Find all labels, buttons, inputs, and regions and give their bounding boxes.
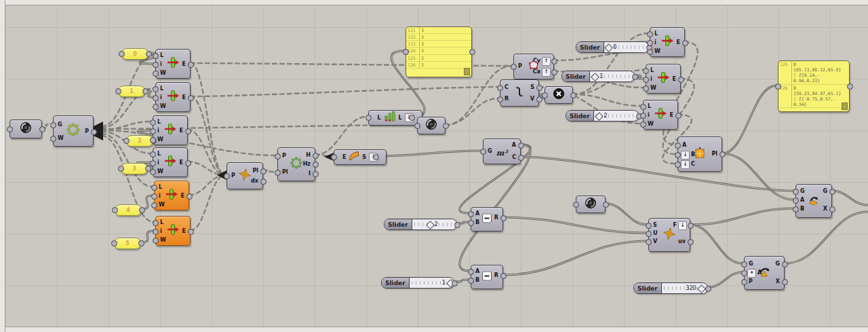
slider-track[interactable]: 1: [410, 278, 454, 288]
output-port[interactable]: [39, 126, 45, 132]
flatten-icon[interactable]: ↓: [678, 221, 687, 230]
input-port[interactable]: [468, 211, 474, 217]
flatten-icon[interactable]: ↓: [681, 160, 690, 169]
output-port[interactable]: [185, 160, 191, 166]
input-port[interactable]: [741, 261, 747, 268]
index-pill-1[interactable]: 1: [118, 86, 145, 97]
list-item-component-3[interactable]: LiWE: [153, 115, 188, 145]
input-port[interactable]: [643, 77, 649, 83]
slider-track[interactable]: 2: [412, 219, 456, 229]
input-port[interactable]: [675, 143, 681, 149]
input-port[interactable]: [497, 85, 503, 91]
output-port[interactable]: [138, 240, 144, 246]
input-port[interactable]: [640, 104, 646, 110]
input-port[interactable]: [403, 49, 409, 55]
input-port[interactable]: [647, 31, 653, 37]
input-port[interactable]: [150, 169, 156, 175]
flatten-icon[interactable]: ↓: [681, 151, 690, 160]
input-port[interactable]: [640, 113, 646, 119]
panel-resize-grip[interactable]: [464, 68, 470, 75]
input-port[interactable]: [468, 269, 474, 275]
output-port[interactable]: [536, 85, 542, 91]
input-port[interactable]: [153, 95, 159, 101]
output-port[interactable]: [847, 84, 853, 90]
output-port[interactable]: [782, 261, 788, 268]
input-port[interactable]: [497, 96, 503, 103]
output-port[interactable]: [688, 223, 694, 229]
output-port[interactable]: [551, 69, 557, 75]
input-port[interactable]: [468, 278, 474, 284]
plane-3pt-component[interactable]: AB↓C↓Pl: [677, 136, 722, 172]
geometry-param-2[interactable]: [417, 117, 446, 134]
output-port[interactable]: [188, 229, 194, 235]
output-port[interactable]: [829, 206, 835, 213]
input-port[interactable]: [640, 122, 646, 128]
slider-track[interactable]: 1: [590, 71, 634, 81]
input-port[interactable]: [151, 185, 157, 191]
orient-component[interactable]: GABGX: [795, 184, 832, 218]
input-port[interactable]: [643, 68, 649, 74]
list-item-component-4[interactable]: LiWE: [153, 147, 188, 177]
output-port[interactable]: [551, 58, 557, 64]
output-port[interactable]: [705, 286, 711, 292]
output-port[interactable]: [313, 171, 319, 177]
output-port[interactable]: [146, 51, 152, 57]
input-port[interactable]: [150, 119, 156, 126]
input-port[interactable]: [153, 53, 159, 59]
output-port[interactable]: [142, 88, 149, 94]
slider-track[interactable]: 0: [604, 42, 648, 52]
input-port[interactable]: [468, 220, 474, 226]
number-slider-0[interactable]: Slider0: [576, 41, 649, 53]
subtraction-component-1[interactable]: ABR: [471, 207, 503, 232]
input-port[interactable]: [111, 240, 117, 246]
input-port[interactable]: [741, 279, 747, 285]
output-port[interactable]: [719, 151, 726, 158]
input-port[interactable]: [275, 153, 281, 160]
curve-component[interactable]: CRSV: [500, 79, 539, 107]
output-port[interactable]: [469, 49, 475, 55]
panel-resize-grip[interactable]: [842, 103, 848, 110]
output-port[interactable]: [452, 280, 458, 287]
number-slider-1[interactable]: Slider1: [561, 71, 635, 82]
input-port[interactable]: [643, 86, 649, 92]
input-port[interactable]: [793, 198, 799, 204]
number-slider-4[interactable]: Slider1: [381, 277, 454, 289]
slider-track[interactable]: 320: [662, 283, 707, 293]
output-port[interactable]: [260, 179, 267, 185]
list-item-component-9[interactable]: LiWE: [643, 100, 678, 130]
index-pill-0[interactable]: 0: [121, 48, 149, 60]
output-port[interactable]: [678, 77, 684, 83]
list-item-component-1[interactable]: LiWE: [155, 49, 191, 79]
input-port[interactable]: [151, 193, 157, 200]
input-port[interactable]: [675, 152, 681, 158]
index-pill-4[interactable]: 4: [115, 204, 142, 216]
input-port[interactable]: [646, 231, 652, 237]
number-slider-5[interactable]: Slider320: [633, 282, 708, 294]
surface-frames-component[interactable]: SUVF↓uv: [648, 218, 690, 252]
index-pill-2[interactable]: 2: [126, 135, 153, 147]
index-pill-3[interactable]: 3: [121, 163, 148, 174]
slider-track[interactable]: 2: [594, 111, 638, 121]
output-port[interactable]: [373, 154, 379, 160]
input-port[interactable]: [414, 123, 420, 129]
input-port[interactable]: [153, 229, 159, 235]
slider-knob[interactable]: [595, 112, 604, 121]
input-port[interactable]: [646, 239, 652, 245]
output-port[interactable]: [829, 189, 835, 195]
output-port[interactable]: [313, 153, 319, 159]
number-slider-3[interactable]: Slider2: [384, 219, 457, 230]
graft-icon[interactable]: ↑: [542, 57, 551, 66]
list-item-component-5[interactable]: LiWE: [154, 181, 189, 210]
input-port[interactable]: [741, 270, 747, 276]
output-port[interactable]: [188, 62, 194, 68]
output-port[interactable]: [500, 273, 507, 279]
convex-hull-component[interactable]: PPlHHzI: [277, 147, 315, 181]
area-component[interactable]: GACm²: [483, 139, 521, 164]
output-port[interactable]: [632, 74, 638, 80]
index-pill-5[interactable]: 5: [114, 238, 141, 249]
input-port[interactable]: [153, 238, 159, 244]
input-port[interactable]: [366, 115, 372, 121]
input-port[interactable]: [153, 104, 159, 110]
output-port[interactable]: [409, 115, 415, 121]
multiply-capsule[interactable]: [545, 86, 573, 104]
